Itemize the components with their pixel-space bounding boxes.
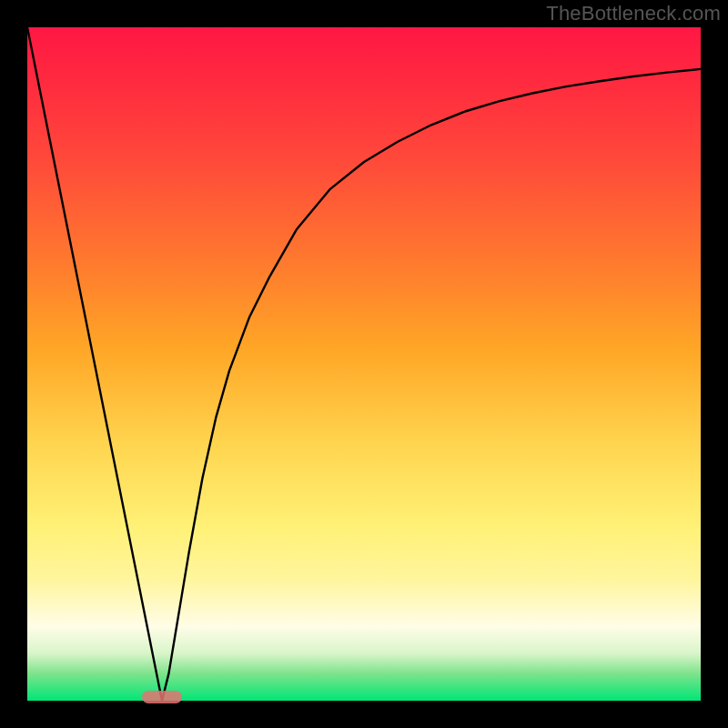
plot-area	[27, 27, 701, 701]
chart-frame: TheBottleneck.com	[0, 0, 728, 728]
watermark-text: TheBottleneck.com	[546, 2, 721, 25]
minimum-marker	[142, 691, 182, 703]
curve-layer	[27, 27, 701, 701]
bottleneck-curve	[27, 27, 701, 701]
